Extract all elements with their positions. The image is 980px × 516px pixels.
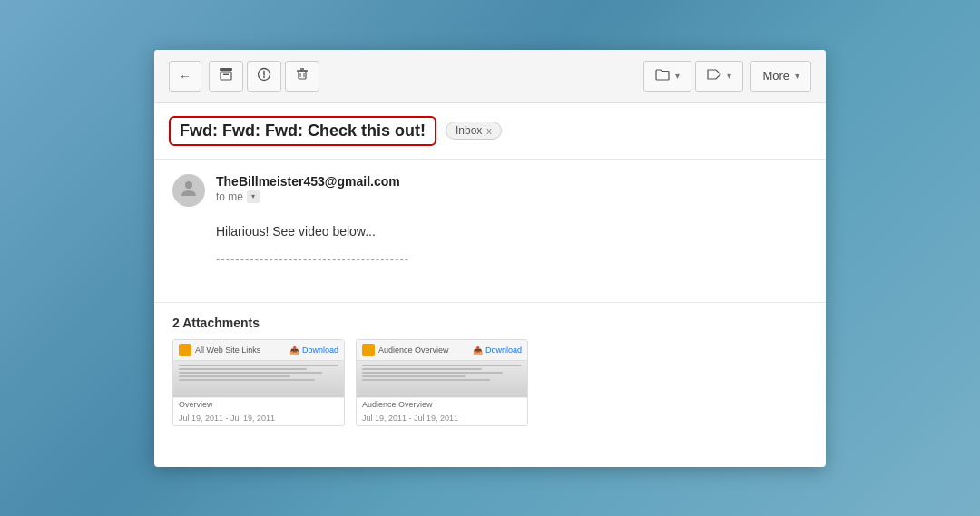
attachment-footer-date-1: Jul 19, 2011 - Jul 19, 2011: [173, 411, 344, 425]
inbox-label-close[interactable]: x: [486, 125, 492, 136]
more-label: More: [762, 69, 789, 83]
email-divider: ----------------------------------------: [216, 250, 808, 269]
email-body-text: Hilarious! See video below...: [216, 221, 808, 241]
toolbar-organize-group: ▾ ▾: [643, 61, 743, 92]
toolbar-nav-group: ←: [169, 61, 201, 92]
more-button[interactable]: More ▾: [750, 61, 811, 92]
email-subject: Fwd: Fwd: Fwd: Check this out!: [169, 116, 436, 146]
attachment-name-1: All Web Site Links: [195, 346, 286, 355]
attachment-card-2: Audience Overview 📥 Download Audience Ov…: [356, 339, 528, 426]
sender-row: TheBillmeister453@gmail.com to me ▾: [172, 174, 808, 207]
label-dropdown-arrow: ▾: [727, 71, 731, 81]
attachment-download-2[interactable]: 📥 Download: [473, 346, 522, 355]
attachment-icon-2: [362, 344, 375, 356]
archive-icon: [219, 67, 233, 84]
to-details-dropdown[interactable]: ▾: [247, 190, 260, 203]
attachment-download-1[interactable]: 📥 Download: [289, 346, 338, 355]
back-button[interactable]: ←: [169, 61, 201, 92]
svg-rect-1: [220, 72, 231, 80]
email-window: ←: [154, 50, 826, 467]
attachment-name-2: Audience Overview: [378, 346, 469, 355]
svg-rect-0: [220, 68, 232, 71]
trash-icon: [295, 67, 309, 84]
archive-button[interactable]: [209, 61, 243, 92]
svg-rect-2: [223, 74, 229, 76]
sender-email: TheBillmeister453@gmail.com: [216, 174, 400, 189]
attachment-footer-label-1: Overview: [173, 397, 344, 411]
inbox-label-text: Inbox: [456, 124, 482, 137]
sender-to-row: to me ▾: [216, 190, 400, 203]
label-icon: [707, 68, 721, 83]
attachment-header-1: All Web Site Links 📥 Download: [173, 340, 344, 361]
email-content: Hilarious! See video below... ----------…: [216, 221, 808, 269]
folder-icon: [655, 68, 670, 83]
sender-info: TheBillmeister453@gmail.com to me ▾: [216, 174, 400, 203]
toolbar: ←: [154, 50, 826, 103]
to-me-label: to me: [216, 190, 243, 203]
avatar-person-icon: [179, 178, 199, 202]
subject-area: Fwd: Fwd: Fwd: Check this out! Inbox x: [154, 103, 826, 160]
avatar: [172, 174, 205, 207]
delete-button[interactable]: [285, 61, 319, 92]
attachment-icon-1: [179, 344, 191, 356]
attachment-preview-2: [357, 361, 527, 397]
attachment-card-1: All Web Site Links 📥 Download Overview J…: [172, 339, 345, 426]
attachment-footer-label-2: Audience Overview: [357, 397, 527, 411]
svg-point-11: [185, 181, 192, 189]
back-icon: ←: [179, 69, 191, 83]
svg-rect-6: [299, 71, 306, 79]
attachment-header-2: Audience Overview 📥 Download: [357, 340, 527, 361]
attachment-footer-date-2: Jul 19, 2011 - Jul 19, 2011: [357, 411, 527, 425]
attachments-section: 2 Attachments All Web Site Links 📥 Downl…: [154, 302, 826, 439]
spam-icon: [257, 67, 271, 84]
attachments-grid: All Web Site Links 📥 Download Overview J…: [172, 339, 808, 426]
inbox-label-badge: Inbox x: [446, 122, 502, 140]
attachment-date-1: Jul 19, 2011 - Jul 19, 2011: [179, 414, 275, 423]
email-body: TheBillmeister453@gmail.com to me ▾ Hila…: [154, 160, 826, 302]
more-dropdown-arrow: ▾: [795, 71, 799, 81]
attachments-title: 2 Attachments: [172, 316, 808, 330]
attachment-preview-1: [173, 361, 344, 397]
label-button[interactable]: ▾: [695, 61, 743, 92]
folder-button[interactable]: ▾: [643, 61, 691, 92]
svg-point-5: [263, 76, 265, 78]
toolbar-action-group: [209, 61, 319, 92]
folder-dropdown-arrow: ▾: [675, 71, 680, 81]
attachment-date-2: Jul 19, 2011 - Jul 19, 2011: [362, 414, 458, 423]
spam-button[interactable]: [247, 61, 281, 92]
